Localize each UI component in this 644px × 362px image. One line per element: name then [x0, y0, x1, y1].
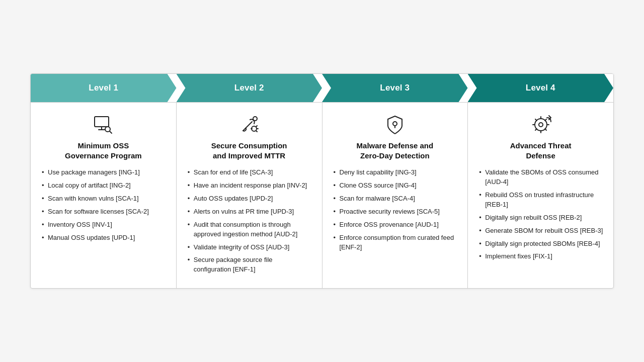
- cell-level1: Minimum OSSGovernance Program Use packag…: [31, 103, 177, 288]
- cell-level4: Advanced ThreatDefense Validate the SBOM…: [468, 103, 613, 288]
- list-item: Alerts on vulns at PR time [UPD-3]: [187, 207, 312, 217]
- header-arrow-level3: Level 3: [322, 74, 468, 102]
- svg-point-14: [539, 123, 543, 127]
- list-item: Rebuild OSS on trusted infrastructure [R…: [478, 191, 603, 210]
- cell-title-level4: Advanced ThreatDefense: [478, 141, 603, 161]
- header-level4: Level 4: [468, 74, 614, 102]
- header-level1: Level 1: [31, 74, 177, 102]
- header-arrow-level2: Level 2: [177, 74, 323, 102]
- svg-line-7: [256, 126, 257, 127]
- svg-line-4: [110, 131, 112, 133]
- level4-label: Level 4: [526, 83, 555, 93]
- body-row: Minimum OSSGovernance Program Use packag…: [31, 102, 613, 288]
- list-item: Use package managers [ING-1]: [41, 168, 166, 177]
- cell-list-level2: Scan for end of life [SCA-3] Have an inc…: [187, 168, 312, 275]
- cell-level3: Malware Defense andZero-Day Detection De…: [323, 103, 468, 288]
- wrench-settings-icon: [238, 114, 260, 136]
- header-row: Level 1 Level 2 Level 3 Level 4: [31, 74, 613, 102]
- list-item: Validate integrity of OSS [AUD-3]: [187, 243, 312, 252]
- header-arrow-level4: Level 4: [468, 74, 614, 102]
- list-item: Deny list capability [ING-3]: [333, 168, 458, 177]
- list-item: Scan with known vulns [SCA-1]: [41, 194, 166, 204]
- header-level3: Level 3: [322, 74, 468, 102]
- list-item: Clone OSS source [ING-4]: [333, 181, 458, 191]
- list-item: Implement fixes [FIX-1]: [478, 252, 603, 261]
- svg-point-11: [393, 122, 397, 126]
- svg-line-8: [256, 131, 257, 132]
- cell-list-level4: Validate the SBOMs of OSS consumed [AUD-…: [478, 168, 603, 261]
- monitor-search-icon: [92, 114, 114, 136]
- list-item: Scan for end of life [SCA-3]: [187, 168, 312, 177]
- list-item: Secure package source file configuration…: [187, 255, 312, 275]
- list-item: Audit that consumption is through approv…: [187, 220, 312, 239]
- shield-lock-icon: [384, 114, 406, 136]
- header-arrow-level1: Level 1: [31, 74, 177, 102]
- icon-area-level2: [187, 114, 312, 136]
- cell-list-level3: Deny list capability [ING-3] Clone OSS s…: [333, 168, 458, 252]
- list-item: Manual OSS updates [UPD-1]: [41, 233, 166, 243]
- cell-list-level1: Use package managers [ING-1] Local copy …: [41, 168, 166, 242]
- cell-level2: Secure Consumptionand Improved MTTR Scan…: [177, 103, 323, 288]
- svg-rect-0: [95, 117, 109, 127]
- list-item: Scan for software licenses [SCA-2]: [41, 207, 166, 217]
- list-item: Validate the SBOMs of OSS consumed [AUD-…: [478, 168, 603, 187]
- svg-point-5: [253, 117, 257, 121]
- settings-refresh-icon: [530, 114, 552, 136]
- cell-title-level2: Secure Consumptionand Improved MTTR: [187, 141, 312, 161]
- header-level2: Level 2: [177, 74, 323, 102]
- list-item: Scan for malware [SCA-4]: [333, 194, 458, 204]
- page-wrapper: Level 1 Level 2 Level 3 Level 4: [0, 0, 644, 362]
- icon-area-level4: [478, 114, 603, 136]
- level3-label: Level 3: [380, 83, 410, 93]
- level2-label: Level 2: [234, 83, 264, 93]
- list-item: Enforce consumption from curated feed [E…: [333, 233, 458, 252]
- list-item: Auto OSS updates [UPD-2]: [187, 194, 312, 204]
- list-item: Digitally sign rebuilt OSS [REB-2]: [478, 213, 603, 223]
- list-item: Inventory OSS [INV-1]: [41, 220, 166, 230]
- level1-label: Level 1: [89, 83, 118, 93]
- cell-title-level1: Minimum OSSGovernance Program: [41, 141, 166, 161]
- icon-area-level3: [333, 114, 458, 136]
- cell-title-level3: Malware Defense andZero-Day Detection: [333, 141, 458, 161]
- list-item: Digitally sign protected SBOMs [REB-4]: [478, 239, 603, 249]
- list-item: Generate SBOM for rebuilt OSS [REB-3]: [478, 226, 603, 236]
- list-item: Have an incident response plan [INV-2]: [187, 181, 312, 191]
- icon-area-level1: [41, 114, 166, 136]
- list-item: Local copy of artifact [ING-2]: [41, 181, 166, 191]
- list-item: Proactive security reviews [SCA-5]: [333, 207, 458, 217]
- maturity-table: Level 1 Level 2 Level 3 Level 4: [30, 73, 614, 289]
- list-item: Enforce OSS provenance [AUD-1]: [333, 220, 458, 230]
